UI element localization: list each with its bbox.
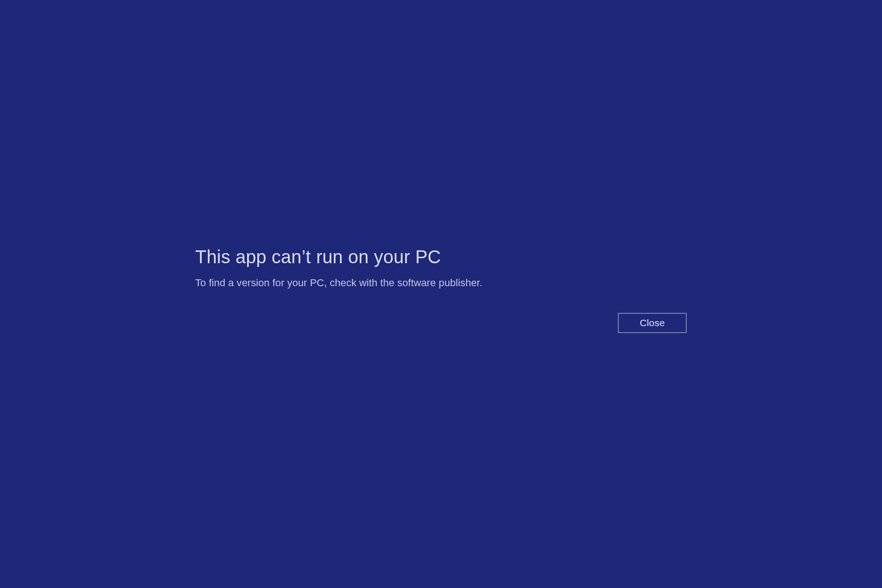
dialog-heading: This app can’t run on your PC [195,246,687,268]
close-button[interactable]: Close [618,313,687,333]
fullscreen-error-overlay: This app can’t run on your PC To find a … [0,0,882,588]
dialog-subtext: To find a version for your PC, check wit… [195,276,687,290]
dialog-button-row: Close [195,313,687,333]
dialog-content: This app can’t run on your PC To find a … [195,246,687,334]
